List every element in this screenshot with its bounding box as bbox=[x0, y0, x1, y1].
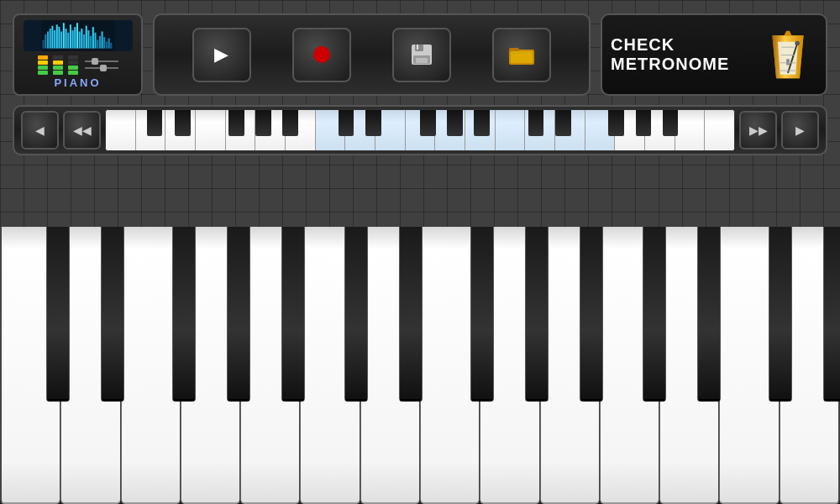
mini-white-key[interactable] bbox=[106, 110, 136, 150]
keyboard-navigator: ◀ ◀◀ bbox=[13, 105, 827, 155]
svg-rect-17 bbox=[78, 31, 80, 48]
svg-rect-19 bbox=[83, 34, 85, 49]
top-row: PIANO ▶ bbox=[13, 13, 827, 97]
nav-next-end-button[interactable]: ▶ bbox=[781, 111, 819, 150]
svg-rect-28 bbox=[103, 37, 105, 48]
piano-keyboard-area bbox=[0, 227, 840, 504]
mini-white-key[interactable] bbox=[345, 110, 375, 150]
mini-white-key[interactable] bbox=[555, 110, 585, 150]
svg-rect-22 bbox=[90, 36, 92, 49]
mini-white-key[interactable] bbox=[496, 110, 526, 150]
metronome-text: CHECK METRONOME bbox=[611, 35, 750, 74]
svg-rect-15 bbox=[74, 27, 76, 49]
svg-rect-7 bbox=[55, 24, 57, 48]
svg-rect-39 bbox=[417, 45, 418, 50]
svg-rect-21 bbox=[87, 30, 89, 49]
mini-white-key[interactable] bbox=[615, 110, 645, 150]
svg-rect-25 bbox=[97, 40, 98, 49]
black-key[interactable] bbox=[697, 227, 721, 402]
svg-rect-8 bbox=[58, 27, 60, 49]
svg-rect-38 bbox=[415, 45, 423, 51]
black-key[interactable] bbox=[525, 227, 549, 402]
svg-rect-12 bbox=[67, 33, 69, 49]
black-key[interactable] bbox=[344, 227, 368, 402]
mini-white-key[interactable] bbox=[375, 110, 406, 150]
svg-point-50 bbox=[795, 40, 800, 45]
mini-white-key[interactable] bbox=[165, 110, 196, 150]
mini-white-key[interactable] bbox=[705, 110, 734, 150]
svg-rect-9 bbox=[60, 31, 62, 48]
svg-rect-6 bbox=[54, 30, 55, 49]
mini-white-key[interactable] bbox=[196, 110, 226, 150]
svg-rect-27 bbox=[101, 31, 102, 48]
app-container: PIANO ▶ bbox=[0, 0, 840, 504]
record-button[interactable] bbox=[292, 28, 351, 82]
svg-rect-35 bbox=[100, 65, 107, 71]
svg-marker-48 bbox=[778, 41, 798, 74]
mini-white-key[interactable] bbox=[136, 110, 166, 150]
svg-rect-20 bbox=[85, 26, 87, 49]
svg-rect-51 bbox=[786, 59, 790, 65]
svg-rect-24 bbox=[94, 33, 96, 49]
fader-group bbox=[38, 55, 118, 75]
svg-rect-10 bbox=[62, 23, 64, 48]
mini-white-key[interactable] bbox=[226, 110, 256, 150]
svg-rect-30 bbox=[108, 39, 109, 49]
svg-rect-11 bbox=[65, 29, 66, 49]
piano-logo-label: PIANO bbox=[54, 76, 101, 89]
svg-rect-26 bbox=[98, 36, 100, 49]
svg-rect-41 bbox=[416, 58, 428, 63]
black-key[interactable] bbox=[227, 227, 250, 402]
svg-rect-23 bbox=[92, 27, 93, 49]
svg-point-36 bbox=[313, 46, 330, 63]
svg-rect-16 bbox=[76, 23, 77, 48]
black-key[interactable] bbox=[580, 227, 603, 402]
save-button[interactable] bbox=[392, 28, 451, 82]
mini-white-key[interactable] bbox=[316, 110, 346, 150]
black-key[interactable] bbox=[101, 227, 124, 402]
black-key[interactable] bbox=[281, 227, 305, 402]
black-key[interactable] bbox=[769, 227, 792, 402]
metronome-icon bbox=[759, 25, 817, 84]
svg-rect-31 bbox=[110, 43, 112, 49]
mini-white-key[interactable] bbox=[255, 110, 286, 150]
black-key[interactable] bbox=[399, 227, 423, 402]
mini-white-key[interactable] bbox=[406, 110, 436, 150]
svg-marker-52 bbox=[784, 30, 791, 35]
svg-rect-45 bbox=[511, 51, 533, 54]
nav-prev-start-button[interactable]: ◀ bbox=[21, 111, 59, 150]
mini-white-key[interactable] bbox=[525, 110, 555, 150]
mini-keyboard-strip[interactable] bbox=[105, 109, 735, 151]
controls-area: PIANO ▶ bbox=[0, 0, 840, 227]
mini-white-key[interactable] bbox=[286, 110, 316, 150]
mini-white-key[interactable] bbox=[465, 110, 496, 150]
metronome-label: METRONOME bbox=[611, 55, 750, 74]
mini-white-key[interactable] bbox=[675, 110, 706, 150]
logo-box[interactable]: PIANO bbox=[13, 13, 143, 96]
black-key[interactable] bbox=[172, 227, 196, 402]
mini-white-key[interactable] bbox=[585, 110, 616, 150]
svg-rect-2 bbox=[45, 34, 46, 49]
svg-rect-14 bbox=[71, 30, 73, 49]
svg-rect-13 bbox=[69, 24, 71, 48]
metronome-button[interactable]: CHECK METRONOME bbox=[601, 13, 827, 96]
nav-prev-button[interactable]: ◀◀ bbox=[63, 111, 101, 150]
mini-white-key[interactable] bbox=[435, 110, 465, 150]
svg-rect-3 bbox=[47, 31, 49, 48]
open-button[interactable] bbox=[492, 28, 551, 82]
black-key[interactable] bbox=[46, 227, 70, 402]
black-key[interactable] bbox=[823, 227, 840, 402]
svg-rect-29 bbox=[105, 42, 107, 49]
play-button[interactable]: ▶ bbox=[192, 28, 251, 82]
black-key[interactable] bbox=[643, 227, 666, 402]
mini-white-key[interactable] bbox=[645, 110, 675, 150]
nav-next-button[interactable]: ▶▶ bbox=[739, 111, 777, 150]
svg-rect-18 bbox=[81, 29, 82, 49]
waveform-display bbox=[24, 20, 133, 51]
svg-rect-5 bbox=[51, 26, 53, 49]
black-key[interactable] bbox=[470, 227, 494, 402]
svg-rect-1 bbox=[42, 40, 44, 49]
svg-rect-33 bbox=[92, 58, 98, 65]
check-label: CHECK bbox=[611, 35, 750, 55]
svg-rect-4 bbox=[49, 29, 50, 49]
